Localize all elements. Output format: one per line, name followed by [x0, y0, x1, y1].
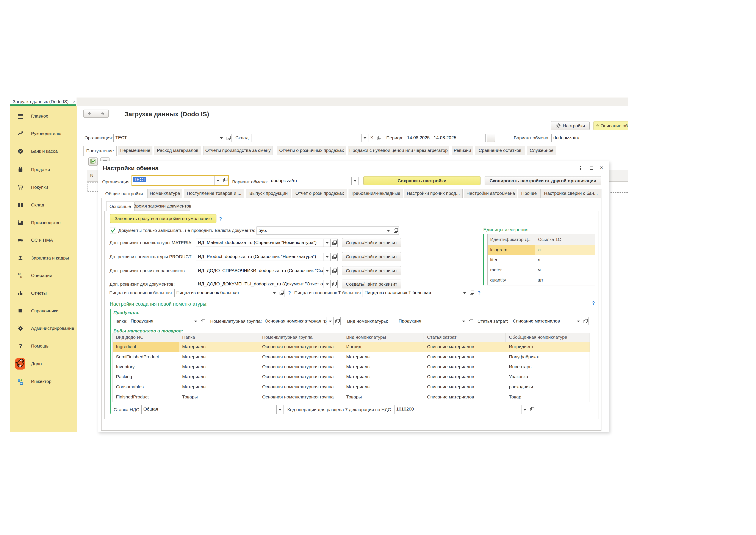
svg-text:P: P — [19, 150, 22, 153]
svg-text:Дт: Дт — [18, 273, 21, 275]
svg-text:?: ? — [19, 343, 22, 349]
svg-text:Кт: Кт — [20, 276, 22, 278]
svg-text:?: ? — [597, 125, 598, 127]
